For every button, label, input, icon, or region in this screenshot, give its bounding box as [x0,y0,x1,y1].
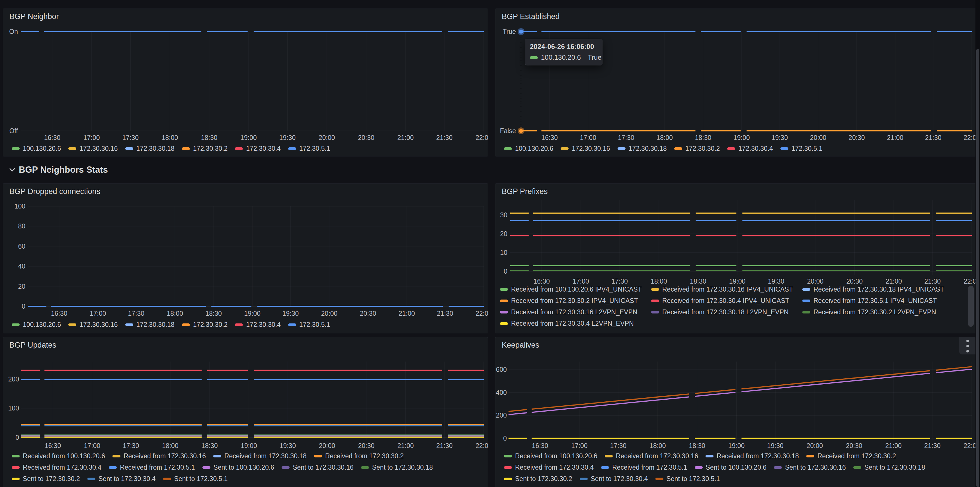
legend-item[interactable]: 172.30.30.2 [674,145,720,152]
legend-item[interactable]: Received from 100.130.20.6 [12,452,105,460]
legend-row: Received from 100.130.20.6Received from … [504,452,966,460]
series-color-swatch [235,148,243,150]
legend-item[interactable]: Sent to 172.30.30.4 [580,475,648,483]
legend-item[interactable]: Received from 172.30.30.4 [12,464,101,471]
panel-title[interactable]: Keepalives [502,341,539,350]
series-color-swatch [163,477,171,480]
panel-title[interactable]: BGP Prefixes [502,187,548,196]
panel-title[interactable]: BGP Neighbor [10,12,59,21]
legend-item-label: 172.30.30.2 [193,145,228,152]
legend-item[interactable]: 172.30.30.4 [235,321,281,328]
legend-item[interactable]: Received from 172.30.30.4 IPV4_UNICAST [651,297,795,305]
panel-menu-kebab-icon[interactable] [959,337,976,354]
y-axis-tick-label: 20 [3,283,25,290]
legend-item[interactable]: Sent to 172.30.30.16 [774,464,846,471]
legend-item[interactable]: Received from 172.30.5.1 [109,464,195,471]
panel-title[interactable]: BGP Updates [10,341,56,350]
legend-item[interactable]: 172.30.30.16 [561,145,610,152]
legend-item[interactable]: Sent to 100.130.20.6 [695,464,767,471]
x-axis-tick-label: 18:00 [649,442,666,450]
page-scrollbar[interactable] [975,0,980,487]
legend-item[interactable]: Sent to 172.30.30.2 [12,475,80,483]
legend-item[interactable]: 100.130.20.6 [12,145,61,152]
legend-item[interactable]: Received from 100.130.20.6 IPV4_UNICAST [500,286,644,293]
panel-bgp-updates: BGP Updates Received from 100.130.20.6Re… [3,337,488,487]
series-color-swatch [617,148,625,150]
panel-title[interactable]: BGP Dropped connections [10,187,100,196]
legend-item[interactable]: Received from 172.30.30.18 [706,452,799,460]
chevron-down-icon [9,168,15,172]
legend-item[interactable]: 172.30.30.4 [235,145,281,152]
legend-item-label: Received from 172.30.30.16 IPV4_UNICAST [662,286,793,293]
legend-item[interactable]: Received from 172.30.30.4 [504,464,593,471]
chart-legend: Received from 100.130.20.6Received from … [504,452,966,487]
legend-scrollbar[interactable] [968,286,974,327]
series-color-swatch [802,311,810,314]
legend-item[interactable]: Received from 172.30.30.2 [806,452,896,460]
x-axis-tick-label: 18:30 [201,134,218,142]
legend-item[interactable]: Received from 172.30.30.18 IPV4_UNICAST [802,286,946,293]
series-color-swatch [530,56,538,59]
kebab-dot [966,339,969,342]
tooltip-series-row: 100.130.20.6 True [530,54,598,62]
series-color-swatch [580,477,588,480]
legend-item[interactable]: Received from 172.30.30.16 IPV4_UNICAST [651,286,795,293]
series-color-swatch [182,324,190,326]
x-axis-tick-label: 20:00 [807,442,823,450]
x-axis-tick-label: 20:00 [321,310,338,317]
legend-item[interactable]: Received from 100.130.20.6 [504,452,597,460]
x-axis-tick-label: 17:30 [611,278,628,285]
legend-item[interactable]: Sent to 172.30.30.4 [88,475,156,483]
legend-item-label: 172.30.30.4 [246,321,281,328]
x-axis-tick-label: 19:00 [244,310,261,317]
legend-item[interactable]: Received from 172.30.30.16 L2VPN_EVPN [500,308,644,316]
legend-item[interactable]: 172.30.5.1 [780,145,822,152]
legend-item[interactable]: Received from 172.30.5.1 [601,464,687,471]
legend-item[interactable]: Sent to 172.30.30.2 [504,475,572,483]
series-color-swatch [500,311,508,314]
legend-item[interactable]: 172.30.30.16 [68,145,118,152]
panel-title[interactable]: BGP Established [502,12,560,21]
legend-item[interactable]: 172.30.30.2 [182,321,228,328]
panel-bgp-dropped-connections: BGP Dropped connections 100.130.20.6172.… [3,184,488,333]
legend-item[interactable]: 172.30.30.18 [125,145,175,152]
page-scrollbar-thumb[interactable] [976,49,979,487]
legend-item[interactable]: 172.30.30.18 [125,321,175,328]
legend-item[interactable]: Sent to 172.30.30.18 [361,464,433,471]
legend-item[interactable]: 100.130.20.6 [12,321,61,328]
legend-item[interactable]: Received from 172.30.30.16 [113,452,206,460]
legend-item[interactable]: 172.30.30.2 [182,145,228,152]
y-axis-tick-label: 200 [495,412,507,419]
x-axis-tick-label: 20:30 [360,310,376,317]
legend-item[interactable]: 172.30.5.1 [288,145,330,152]
legend-item[interactable]: Received from 172.30.5.1 IPV4_UNICAST [802,297,946,305]
series-color-swatch [500,322,508,325]
section-header-bgp-neighbors-stats[interactable]: BGP Neighbors Stats [0,159,980,181]
legend-item[interactable]: 172.30.5.1 [288,321,330,328]
legend-item[interactable]: Sent to 100.130.20.6 [202,464,274,471]
legend-item[interactable]: Received from 172.30.30.2 IPV4_UNICAST [500,297,644,305]
legend-item[interactable]: Sent to 172.30.5.1 [163,475,228,483]
legend-item[interactable]: Sent to 172.30.30.16 [282,464,354,471]
legend-row: Received from 100.130.20.6Received from … [12,452,478,460]
series-color-swatch [504,477,512,480]
legend-item-label: Received from 172.30.30.2 IPV4_UNICAST [511,297,638,305]
legend-item-label: Received from 100.130.20.6 IPV4_UNICAST [511,286,642,293]
legend-item[interactable]: Sent to 172.30.5.1 [655,475,720,483]
x-axis-tick-label: 20:00 [807,278,824,285]
x-axis-tick-label: 19:30 [282,310,299,317]
legend-item-label: Sent to 172.30.30.16 [785,464,846,471]
legend-item[interactable]: Received from 172.30.30.2 L2VPN_EVPN [802,308,946,316]
legend-item[interactable]: Received from 172.30.30.16 [605,452,698,460]
legend-item[interactable]: 172.30.30.18 [617,145,667,152]
legend-item[interactable]: Received from 172.30.30.2 [314,452,404,460]
legend-item[interactable]: 100.130.20.6 [504,145,553,152]
legend-item[interactable]: 172.30.30.16 [68,321,118,328]
x-axis-tick-label: 18:00 [657,134,673,142]
series-color-swatch [12,477,20,480]
legend-item[interactable]: Received from 172.30.30.18 L2VPN_EVPN [651,308,795,316]
legend-item[interactable]: Received from 172.30.30.18 [213,452,307,460]
legend-item[interactable]: Sent to 172.30.30.18 [853,464,925,471]
legend-item[interactable]: Received from 172.30.30.4 L2VPN_EVPN [500,320,644,327]
legend-item[interactable]: 172.30.30.4 [727,145,773,152]
